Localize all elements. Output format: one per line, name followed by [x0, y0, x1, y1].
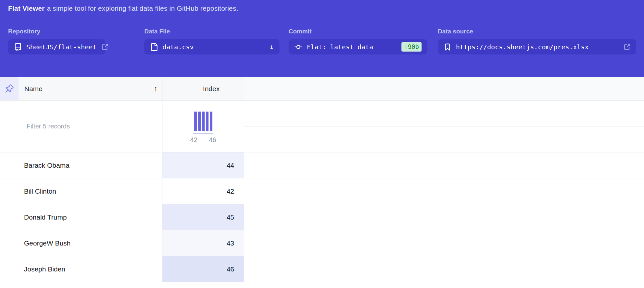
- sort-ascending-icon: ↑: [154, 84, 158, 93]
- histogram-min-label: 42: [190, 136, 197, 144]
- data-file-name: data.csv: [162, 43, 194, 51]
- cell-name: Barack Obama: [0, 152, 162, 178]
- commit-message: Flat: latest data: [307, 43, 373, 51]
- external-link-icon: [101, 43, 108, 51]
- table-row: GeorgeW Bush 43: [0, 230, 644, 256]
- cell-index: 42: [162, 178, 244, 204]
- chevron-down-icon: ↓: [269, 43, 274, 51]
- repo-book-icon: [14, 43, 22, 51]
- app-subtitle: a simple tool for exploring flat data fi…: [47, 5, 238, 12]
- cell-index: 44: [162, 152, 244, 178]
- histogram-bar: [206, 112, 209, 131]
- histogram-bar: [194, 112, 197, 131]
- cell-index: 46: [162, 256, 244, 282]
- commit-label: Commit: [289, 28, 427, 35]
- column-index-label: Index: [203, 85, 220, 93]
- cell-name: Donald Trump: [0, 204, 162, 230]
- cell-name: Bill Clinton: [0, 178, 162, 204]
- histogram-bar: [210, 112, 212, 131]
- file-icon: [150, 43, 158, 51]
- filter-cell: [0, 101, 162, 152]
- histogram-range-track: [193, 133, 213, 134]
- pin-icon: [5, 84, 14, 93]
- grid-header-row: Name ↑ Index: [0, 77, 644, 101]
- repository-control: Repository SheetJS/flat-sheet: [8, 28, 105, 54]
- column-header-index[interactable]: Index: [162, 77, 244, 100]
- cell-name: GeorgeW Bush: [0, 230, 162, 256]
- sticky-column-toggle[interactable]: [0, 77, 18, 100]
- histogram-max-label: 46: [209, 136, 216, 144]
- grid-line: [244, 126, 644, 126]
- data-file-dropdown[interactable]: data.csv ↓: [144, 39, 280, 54]
- flat-viewer-app: Flat Viewera simple tool for exploring f…: [0, 0, 644, 288]
- histogram-bar: [198, 112, 201, 131]
- table-row: Donald Trump 45: [0, 204, 644, 230]
- column-name-label: Name: [24, 85, 42, 93]
- cell-name: Joseph Biden: [0, 256, 162, 282]
- repository-button[interactable]: SheetJS/flat-sheet: [8, 39, 105, 54]
- data-file-control: Data File data.csv ↓: [144, 28, 280, 54]
- histogram-bars: [194, 112, 212, 131]
- column-header-name[interactable]: Name ↑: [18, 77, 162, 100]
- index-histogram[interactable]: 42 46: [162, 101, 244, 152]
- data-source-link[interactable]: https://docs.sheetjs.com/pres.xlsx: [438, 39, 636, 54]
- app-title-line: Flat Viewera simple tool for exploring f…: [8, 5, 238, 12]
- grid-filter-row: 42 46: [0, 101, 644, 152]
- bookmark-icon: [444, 43, 451, 51]
- app-title: Flat Viewer: [8, 5, 45, 12]
- cell-index: 45: [162, 204, 244, 230]
- commit-diff-badge: +90b: [401, 42, 422, 52]
- git-commit-icon: [294, 43, 302, 51]
- grid-header-empty: [244, 77, 644, 100]
- table-row: Joseph Biden 46: [0, 256, 644, 282]
- data-source-label: Data source: [438, 28, 636, 35]
- histogram-axis-labels: 42 46: [190, 136, 216, 144]
- repository-label: Repository: [8, 28, 105, 35]
- external-link-icon: [623, 43, 630, 51]
- commit-button[interactable]: Flat: latest data +90b: [289, 39, 427, 54]
- table-row: Barack Obama 44: [0, 152, 644, 178]
- commit-control: Commit Flat: latest data +90b: [289, 28, 427, 54]
- data-source-control: Data source https://docs.sheetjs.com/pre…: [438, 28, 636, 54]
- table-row: Bill Clinton 42: [0, 178, 644, 204]
- app-header: Flat Viewera simple tool for exploring f…: [0, 0, 644, 77]
- repository-name: SheetJS/flat-sheet: [26, 43, 97, 51]
- data-grid: Name ↑ Index: [0, 77, 644, 288]
- data-file-label: Data File: [144, 28, 280, 35]
- data-source-url: https://docs.sheetjs.com/pres.xlsx: [456, 43, 589, 51]
- histogram-bar: [202, 112, 205, 131]
- filter-input[interactable]: [0, 101, 162, 152]
- cell-index: 43: [162, 230, 244, 256]
